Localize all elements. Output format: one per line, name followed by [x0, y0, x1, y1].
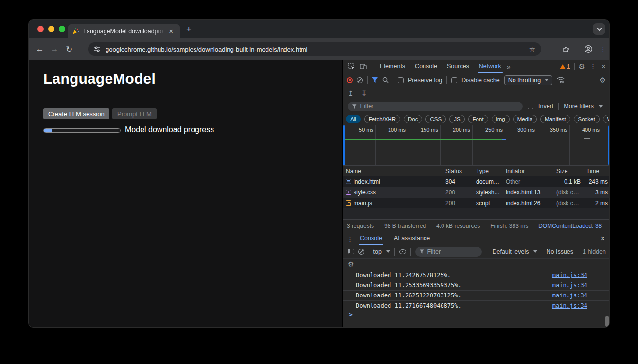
drawer-close-icon[interactable]: × — [601, 234, 607, 243]
chip-js[interactable]: JS — [449, 115, 464, 123]
drawer-menu-icon[interactable]: ⋮ — [347, 235, 353, 243]
address-bar[interactable]: googlechrome.github.io/samples/downloadi… — [88, 42, 541, 56]
drawer-tab-console[interactable]: Console — [355, 232, 387, 245]
invert-label: Invert — [538, 103, 553, 110]
col-initiator[interactable]: Initiator — [503, 166, 553, 176]
chip-fetchxhr[interactable]: Fetch/XHR — [364, 115, 400, 123]
script-icon — [346, 200, 351, 206]
devtools-menu-icon[interactable]: ⋮ — [590, 63, 596, 70]
network-settings-icon[interactable]: ⚙ — [600, 76, 606, 85]
tab-search-button[interactable] — [593, 23, 605, 35]
record-network-log-icon[interactable] — [347, 77, 353, 83]
browser-menu-icon[interactable]: ⋮ — [600, 45, 606, 53]
inspect-element-icon[interactable] — [348, 63, 355, 70]
drawer-tab-ai-assistance[interactable]: AI assistance — [389, 232, 435, 245]
console-settings-icon[interactable]: ⚙ — [348, 260, 354, 268]
tick-250ms: 250 ms — [478, 127, 503, 133]
chip-wasm[interactable]: Wasm — [603, 115, 610, 123]
tab-network[interactable]: Network — [475, 60, 506, 73]
live-expression-eye-icon[interactable] — [399, 249, 406, 254]
source-link[interactable]: main.js:34 — [552, 302, 587, 309]
devtools-settings-icon[interactable]: ⚙ — [579, 62, 585, 71]
col-name[interactable]: Name — [343, 166, 443, 176]
chip-doc[interactable]: Doc — [404, 115, 422, 123]
tab-elements[interactable]: Elements — [375, 60, 409, 73]
initiator-link[interactable]: index.html:13 — [503, 187, 553, 198]
filter-funnel-icon[interactable] — [372, 77, 378, 83]
forward-button[interactable]: → — [47, 44, 62, 54]
device-toolbar-icon[interactable] — [360, 63, 367, 70]
default-levels-select[interactable]: Default levels — [492, 248, 529, 255]
back-button[interactable]: ← — [33, 44, 47, 54]
tick-50ms: 50 ms — [348, 127, 373, 133]
network-conditions-icon[interactable] — [557, 77, 565, 83]
traffic-light-close[interactable] — [37, 26, 44, 32]
tick-300ms: 300 ms — [510, 127, 535, 133]
col-time[interactable]: Time — [584, 166, 610, 176]
traffic-light-zoom[interactable] — [59, 26, 65, 32]
initiator-link[interactable]: index.html:26 — [503, 198, 553, 208]
source-link[interactable]: main.js:34 — [552, 272, 587, 278]
waterfall-bar-green — [343, 139, 502, 140]
extensions-icon[interactable] — [562, 45, 570, 53]
browser-tab[interactable]: LanguageModel downloadpro ✕ — [68, 24, 180, 38]
execution-context-selector[interactable]: top — [373, 248, 382, 255]
export-har-icon[interactable]: ↧ — [361, 89, 367, 97]
console-sidebar-icon[interactable] — [348, 249, 354, 254]
clear-console-icon[interactable] — [358, 249, 364, 255]
preserve-log-checkbox[interactable] — [398, 77, 404, 83]
waterfall-bar-blue — [502, 139, 506, 140]
bookmark-star-icon[interactable]: ☆ — [529, 45, 535, 53]
console-scrollbar[interactable] — [605, 316, 609, 327]
import-har-icon[interactable]: ↥ — [348, 89, 354, 97]
disable-cache-checkbox[interactable] — [451, 77, 457, 83]
console-prompt-chevron[interactable]: > — [349, 311, 353, 318]
new-tab-button[interactable]: + — [186, 25, 192, 34]
network-overview-timeline[interactable]: 50 ms 100 ms 150 ms 200 ms 250 ms 300 ms… — [343, 125, 610, 166]
chip-all[interactable]: All — [346, 115, 361, 123]
more-tabs-icon[interactable]: » — [507, 63, 511, 70]
chip-media[interactable]: Media — [513, 115, 537, 123]
table-row[interactable]: index.html 304 docum… Other 0.1 kB 243 m… — [343, 176, 610, 187]
create-llm-session-button[interactable]: Create LLM session — [43, 108, 109, 119]
source-link[interactable]: main.js:34 — [552, 282, 587, 289]
col-type[interactable]: Type — [473, 166, 503, 176]
table-row[interactable]: main.js 200 script index.html:26 (disk c… — [343, 198, 610, 208]
chip-socket[interactable]: Socket — [574, 115, 600, 123]
message-text: Downloaded 11.24267578125%. — [356, 272, 451, 278]
prompt-llm-button[interactable]: Prompt LLM — [112, 108, 157, 119]
network-filter-input[interactable] — [360, 103, 518, 110]
reload-button[interactable]: ↻ — [62, 44, 76, 54]
chip-font[interactable]: Font — [468, 115, 488, 123]
tab-console[interactable]: Console — [410, 60, 442, 73]
more-filters-label[interactable]: More filters — [564, 103, 594, 110]
overview-right-handle[interactable] — [608, 125, 610, 165]
requests-count: 3 requests — [347, 223, 374, 229]
clear-network-log-icon[interactable] — [357, 77, 363, 83]
devtools-panel: Elements Console Sources Network » 1 ⚙ ⋮… — [342, 60, 610, 328]
traffic-light-minimize[interactable] — [48, 26, 54, 32]
devtools-close-icon[interactable]: × — [601, 62, 606, 71]
col-size[interactable]: Size — [553, 166, 584, 176]
message-text: Downloaded 11.26251220703125%. — [356, 292, 461, 299]
search-icon[interactable] — [382, 77, 389, 83]
issues-counter[interactable]: 1 — [560, 63, 570, 70]
chip-css[interactable]: CSS — [425, 115, 446, 123]
throttling-select[interactable]: No throttling — [504, 75, 552, 85]
table-empty-area — [343, 208, 610, 219]
source-link[interactable]: main.js:34 — [552, 292, 587, 299]
page-title: LanguageModel — [43, 70, 156, 87]
invert-checkbox[interactable] — [528, 104, 533, 109]
console-filter-input[interactable] — [427, 248, 478, 255]
url-text: googlechrome.github.io/samples/downloadi… — [106, 46, 524, 53]
col-status[interactable]: Status — [443, 166, 473, 176]
tab-sources[interactable]: Sources — [443, 60, 474, 73]
chip-manifest[interactable]: Manifest — [540, 115, 570, 123]
overview-left-handle[interactable] — [343, 125, 345, 165]
table-row[interactable]: style.css 200 stylesh… index.html:13 (di… — [343, 187, 610, 198]
site-settings-icon[interactable] — [94, 46, 101, 52]
profile-avatar-icon[interactable] — [584, 45, 593, 53]
chip-img[interactable]: Img — [492, 115, 510, 123]
no-issues-label[interactable]: No Issues — [546, 248, 573, 255]
tab-close-icon[interactable]: ✕ — [169, 29, 173, 34]
